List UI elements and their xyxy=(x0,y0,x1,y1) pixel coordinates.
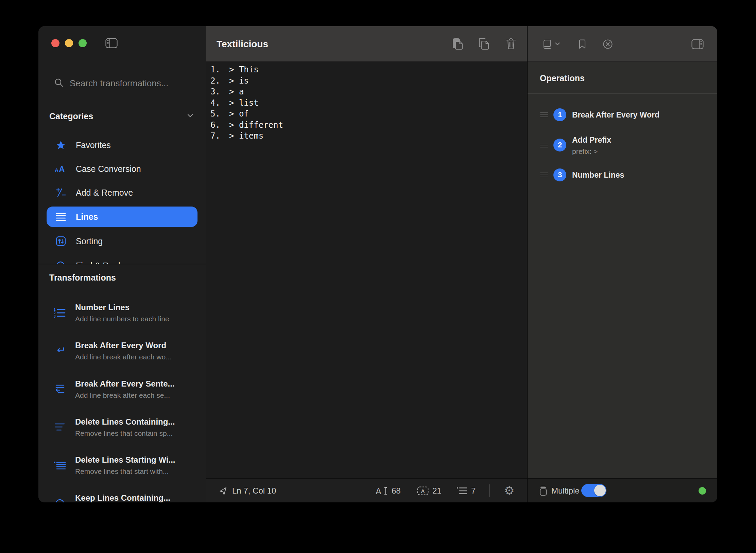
operation-number-badge: 1 xyxy=(553,108,566,121)
editor-line: 6.> different xyxy=(206,120,527,131)
sidebar-main-divider xyxy=(206,26,206,502)
operation-row-1[interactable]: 1 Break After Every Word xyxy=(528,107,717,123)
copy-icon xyxy=(478,37,491,50)
app-window: Categories Favorites A A xyxy=(38,26,717,502)
bookmark-button[interactable] xyxy=(578,26,586,62)
multiple-toggle[interactable] xyxy=(581,484,606,497)
pointer-lines-icon xyxy=(53,459,66,472)
editor-line: 7.> items xyxy=(206,130,527,142)
transformation-delete-lines-starting[interactable]: Delete Lines Starting Wi... Remove lines… xyxy=(38,453,206,487)
transformations-header: Transformations xyxy=(49,271,116,284)
transformation-break-after-word[interactable]: Break After Every Word Add line break af… xyxy=(38,339,206,373)
editor-line: 5.> of xyxy=(206,108,527,120)
right-toolbar xyxy=(528,26,717,62)
transformation-number-lines[interactable]: 1 2 3 Number Lines Add line numbers to e… xyxy=(38,301,206,335)
bookmark-icon xyxy=(578,39,586,49)
star-icon xyxy=(55,135,67,155)
trash-icon xyxy=(505,37,517,50)
status-bar: Ln 7, Col 10 A 68 A 21 xyxy=(206,478,527,502)
drag-handle-icon[interactable] xyxy=(540,172,548,178)
right-sidebar-toggle-icon[interactable] xyxy=(691,26,704,62)
plus-minus-icon xyxy=(55,182,67,203)
clear-button[interactable] xyxy=(602,26,613,62)
svg-text:A: A xyxy=(421,488,425,494)
toggle-knob xyxy=(594,485,606,496)
sidebar-item-add-remove[interactable]: Add & Remove xyxy=(47,182,197,203)
copy-button[interactable] xyxy=(478,37,491,51)
operation-number-badge: 3 xyxy=(553,168,566,181)
svg-text:A: A xyxy=(55,167,58,173)
page-title: Textilicious xyxy=(217,26,268,62)
operation-row-2[interactable]: 2 Add Prefix prefix: > xyxy=(528,132,717,158)
drag-handle-icon[interactable] xyxy=(540,142,548,148)
sort-arrows-icon xyxy=(55,231,67,251)
editor-line: 4.> list xyxy=(206,97,527,109)
status-dot xyxy=(699,487,706,495)
svg-text:3: 3 xyxy=(54,315,56,318)
find-replace-icon xyxy=(55,255,67,264)
main-panel: Textilicious xyxy=(206,26,527,502)
hamburger-lines-icon xyxy=(55,207,67,227)
book-icon xyxy=(542,39,552,49)
chevron-down-icon xyxy=(555,42,560,46)
operation-row-3[interactable]: 3 Number Lines xyxy=(528,167,717,183)
svg-text:A: A xyxy=(59,165,65,174)
right-footer-bar: Multiple xyxy=(528,478,717,502)
main-toolbar: Textilicious xyxy=(206,26,527,62)
main-right-divider xyxy=(527,26,528,502)
sidebar: Categories Favorites A A xyxy=(38,26,206,502)
sidebar-item-case-conversion[interactable]: A A Case Conversion xyxy=(47,159,197,179)
sidebar-item-lines[interactable]: Lines xyxy=(47,207,197,227)
categories-list: Favorites A A Case Conversion xyxy=(38,26,206,264)
location-arrow-icon xyxy=(219,486,227,495)
editor-line: 3.> a xyxy=(206,86,527,97)
operation-number-badge: 2 xyxy=(553,139,566,151)
sidebar-item-find-replace[interactable]: Find & Replace xyxy=(47,255,197,264)
editor-line: 2.> is xyxy=(206,75,527,87)
word-count: A 21 xyxy=(417,479,442,502)
line-count-icon xyxy=(457,486,467,495)
operations-divider xyxy=(528,93,717,94)
sidebar-item-sorting[interactable]: Sorting xyxy=(47,231,197,251)
transformation-keep-lines-containing[interactable]: Keep Lines Containing... xyxy=(38,492,206,502)
circle-line-icon xyxy=(53,497,66,502)
transformation-delete-lines-containing[interactable]: Delete Lines Containing... Remove lines … xyxy=(38,415,206,449)
paste-button[interactable] xyxy=(451,37,465,51)
operations-header: Operations xyxy=(540,72,585,84)
case-conversion-icon: A A xyxy=(55,159,67,179)
line-break-icon xyxy=(53,383,66,396)
drag-handle-icon[interactable] xyxy=(540,112,548,118)
return-arrow-icon xyxy=(53,344,66,357)
text-editor[interactable]: 1.> This 2.> is 3.> a 4.> list 5.> of 6.… xyxy=(206,62,527,478)
shrinking-lines-icon xyxy=(53,421,66,434)
x-circle-icon xyxy=(602,39,613,50)
clipboard-icon xyxy=(539,485,548,496)
line-count: 7 xyxy=(457,479,476,502)
delete-button[interactable] xyxy=(504,37,518,51)
sidebar-item-favorites[interactable]: Favorites xyxy=(47,135,197,155)
multiple-label: Multiple xyxy=(551,479,580,502)
cursor-position: Ln 7, Col 10 xyxy=(219,479,276,502)
transformation-break-after-sentence[interactable]: Break After Every Sente... Add line brea… xyxy=(38,377,206,411)
svg-text:A: A xyxy=(376,486,381,496)
word-count-icon: A xyxy=(417,486,429,496)
paste-icon xyxy=(452,37,464,50)
status-divider xyxy=(489,484,490,497)
operations-panel: Operations 1 Break After Every Word 2 Ad… xyxy=(528,26,717,502)
editor-line: 1.> This xyxy=(206,64,527,75)
sidebar-section-divider xyxy=(38,264,206,264)
library-button[interactable] xyxy=(542,26,560,62)
gear-icon[interactable]: ⚙ xyxy=(504,479,514,502)
character-count: A 68 xyxy=(376,479,401,502)
character-count-icon: A xyxy=(376,486,388,496)
number-lines-icon: 1 2 3 xyxy=(53,306,66,319)
